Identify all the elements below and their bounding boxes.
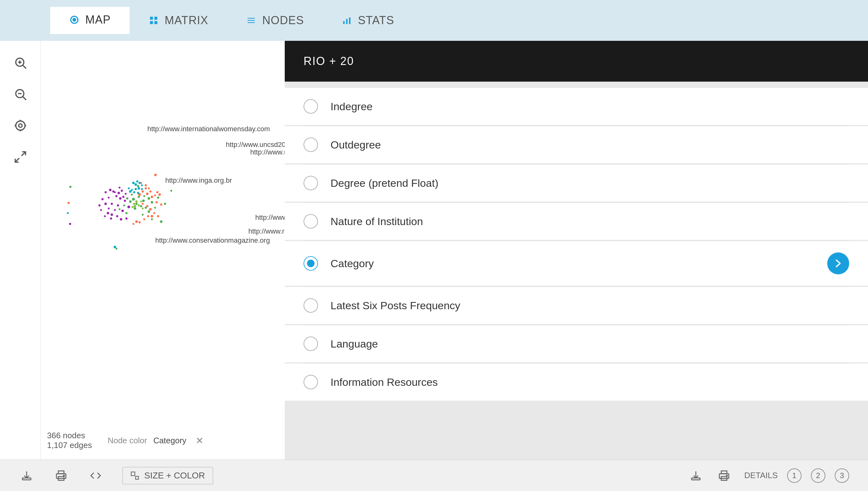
print-icon[interactable] — [53, 468, 69, 484]
top-navigation: MAP MATRIX NODES — [0, 0, 868, 41]
bottom-left: SIZE + COLOR — [19, 467, 213, 484]
svg-point-19 — [19, 124, 22, 127]
svg-point-127 — [108, 207, 110, 209]
svg-point-152 — [149, 190, 151, 193]
download-icon-left[interactable] — [19, 468, 34, 484]
tab-nodes[interactable]: NODES — [227, 7, 323, 33]
svg-point-140 — [119, 187, 120, 189]
svg-point-111 — [125, 212, 128, 214]
option-category[interactable]: Category — [285, 241, 868, 286]
details-3[interactable]: 3 — [835, 468, 849, 483]
svg-point-124 — [114, 209, 116, 211]
svg-point-180 — [133, 191, 135, 193]
svg-point-162 — [149, 208, 152, 211]
svg-point-190 — [138, 204, 140, 207]
graph-svg — [41, 41, 285, 460]
svg-point-173 — [160, 203, 162, 206]
svg-point-174 — [134, 183, 137, 186]
svg-point-106 — [145, 207, 147, 209]
svg-point-145 — [120, 218, 122, 221]
svg-point-193 — [132, 206, 134, 208]
svg-point-148 — [98, 204, 101, 207]
option-language[interactable]: Language — [285, 325, 868, 362]
code-icon[interactable] — [88, 468, 103, 484]
svg-point-184 — [138, 187, 140, 190]
download-icon-right[interactable] — [688, 468, 704, 484]
close-node-color[interactable]: ✕ — [196, 435, 204, 446]
svg-point-112 — [148, 210, 150, 213]
svg-point-179 — [131, 189, 133, 191]
option-latest-six[interactable]: Latest Six Posts Frequency — [285, 287, 868, 324]
map-canvas[interactable]: http://www.internationalwomensday.com ht… — [41, 41, 285, 460]
option-outdegree[interactable]: Outdegree — [285, 126, 868, 163]
details-group: DETAILS 1 2 3 — [744, 468, 849, 483]
svg-point-151 — [146, 193, 149, 195]
svg-point-129 — [104, 202, 107, 205]
fullscreen-icon[interactable] — [11, 148, 30, 166]
svg-rect-4 — [150, 21, 153, 24]
svg-line-71 — [149, 182, 154, 185]
svg-rect-2 — [150, 17, 153, 20]
svg-point-96 — [129, 200, 132, 203]
svg-rect-3 — [154, 17, 157, 20]
right-panel: RIO + 20 Indegree Outdegree Degree (pret… — [285, 41, 868, 460]
radio-information-resources[interactable] — [304, 375, 318, 389]
svg-point-196 — [67, 212, 69, 214]
svg-point-212 — [726, 475, 727, 476]
radio-category[interactable] — [304, 256, 318, 270]
svg-line-62 — [138, 210, 143, 213]
svg-point-158 — [158, 193, 161, 196]
svg-point-182 — [128, 187, 130, 189]
svg-line-73 — [123, 215, 126, 220]
bottom-right: DETAILS 1 2 3 — [688, 468, 849, 484]
svg-point-155 — [151, 196, 153, 198]
tab-map[interactable]: MAP — [50, 7, 129, 34]
right-panel-header: RIO + 20 — [285, 41, 868, 82]
category-arrow-button[interactable] — [827, 252, 849, 275]
svg-point-115 — [151, 219, 153, 221]
zoom-out-icon[interactable] — [11, 85, 30, 104]
svg-point-185 — [141, 189, 143, 190]
svg-line-46 — [149, 193, 155, 195]
zoom-in-icon[interactable] — [11, 53, 30, 72]
svg-point-103 — [126, 198, 128, 200]
radio-latest-six[interactable] — [304, 298, 318, 313]
svg-line-54 — [120, 199, 124, 202]
svg-point-109 — [157, 197, 159, 199]
option-indegree[interactable]: Indegree — [285, 88, 868, 125]
svg-point-188 — [133, 203, 135, 205]
option-information-resources[interactable]: Information Resources — [285, 364, 868, 401]
svg-point-123 — [119, 197, 122, 200]
svg-point-154 — [145, 187, 147, 190]
svg-point-104 — [148, 197, 150, 200]
svg-rect-206 — [131, 472, 135, 475]
svg-line-84 — [124, 195, 129, 198]
details-2[interactable]: 2 — [811, 468, 825, 483]
option-nature-institution[interactable]: Nature of Institution — [285, 203, 868, 240]
svg-point-194 — [69, 186, 71, 188]
details-1[interactable]: 1 — [787, 468, 802, 483]
svg-point-157 — [156, 191, 158, 193]
option-degree-float[interactable]: Degree (pretend Float) — [285, 165, 868, 202]
svg-point-165 — [151, 215, 153, 218]
radio-indegree[interactable] — [304, 99, 318, 114]
svg-point-107 — [151, 201, 153, 203]
radio-outdegree[interactable] — [304, 138, 318, 152]
print-icon-right[interactable] — [716, 468, 732, 484]
svg-point-0 — [73, 19, 76, 21]
svg-point-20 — [16, 121, 25, 130]
svg-point-167 — [143, 219, 145, 221]
size-color-button[interactable]: SIZE + COLOR — [122, 467, 213, 484]
svg-point-181 — [129, 190, 132, 193]
radio-language[interactable] — [304, 337, 318, 351]
svg-point-105 — [123, 204, 125, 206]
svg-point-121 — [121, 209, 124, 212]
map-stats-bar: 366 nodes 1,107 edges Node color Categor… — [47, 431, 204, 450]
svg-point-130 — [102, 198, 104, 200]
radio-degree-float[interactable] — [304, 176, 318, 190]
radio-nature-institution[interactable] — [304, 214, 318, 229]
right-panel-title: RIO + 20 — [304, 55, 354, 68]
tab-matrix[interactable]: MATRIX — [129, 7, 227, 33]
tab-stats[interactable]: STATS — [323, 7, 413, 33]
center-icon[interactable] — [11, 116, 30, 135]
